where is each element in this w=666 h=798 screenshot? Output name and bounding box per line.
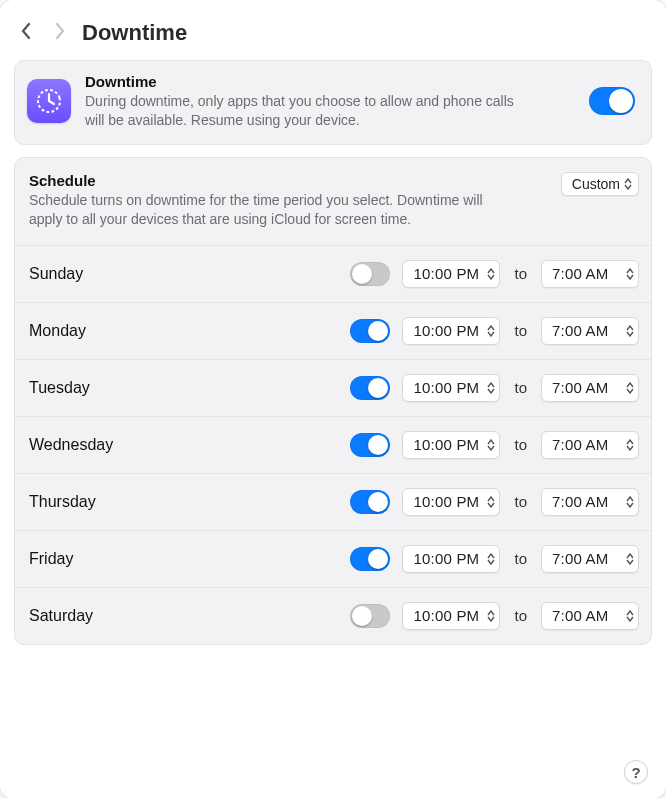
stepper-arrows-icon [487, 325, 495, 337]
stepper-arrows-icon [626, 553, 634, 565]
day-row-sunday: Sunday10:00 PMto7:00 AM [15, 246, 651, 303]
day-from-time-thursday[interactable]: 10:00 PM [402, 488, 500, 516]
day-label-wednesday: Wednesday [29, 436, 149, 454]
day-label-thursday: Thursday [29, 493, 149, 511]
day-from-time-wednesday[interactable]: 10:00 PM [402, 431, 500, 459]
schedule-header: Schedule Schedule turns on downtime for … [15, 158, 651, 246]
stepper-arrows-icon [626, 382, 634, 394]
stepper-arrows-icon [487, 382, 495, 394]
to-label: to [512, 265, 529, 282]
stepper-arrows-icon [487, 610, 495, 622]
day-from-time-friday[interactable]: 10:00 PM [402, 545, 500, 573]
schedule-title: Schedule [29, 172, 549, 189]
day-label-sunday: Sunday [29, 265, 149, 283]
back-button[interactable] [20, 22, 32, 44]
day-from-time-sunday[interactable]: 10:00 PM [402, 260, 500, 288]
day-label-friday: Friday [29, 550, 149, 568]
day-row-saturday: Saturday10:00 PMto7:00 AM [15, 588, 651, 644]
stepper-arrows-icon [487, 496, 495, 508]
help-button[interactable]: ? [624, 760, 648, 784]
header: Downtime [14, 14, 652, 60]
to-label: to [512, 322, 529, 339]
schedule-panel: Schedule Schedule turns on downtime for … [14, 157, 652, 645]
day-to-time-sunday[interactable]: 7:00 AM [541, 260, 639, 288]
forward-button[interactable] [54, 22, 66, 44]
to-label: to [512, 436, 529, 453]
to-label: to [512, 607, 529, 624]
day-row-tuesday: Tuesday10:00 PMto7:00 AM [15, 360, 651, 417]
downtime-master-toggle[interactable] [589, 87, 635, 115]
day-to-time-saturday[interactable]: 7:00 AM [541, 602, 639, 630]
day-toggle-monday[interactable] [350, 319, 390, 343]
popup-arrows-icon [624, 178, 632, 190]
day-row-friday: Friday10:00 PMto7:00 AM [15, 531, 651, 588]
day-to-time-monday[interactable]: 7:00 AM [541, 317, 639, 345]
day-label-monday: Monday [29, 322, 149, 340]
downtime-card-text: Downtime During downtime, only apps that… [85, 73, 575, 130]
stepper-arrows-icon [626, 439, 634, 451]
day-to-time-tuesday[interactable]: 7:00 AM [541, 374, 639, 402]
day-toggle-tuesday[interactable] [350, 376, 390, 400]
day-row-monday: Monday10:00 PMto7:00 AM [15, 303, 651, 360]
stepper-arrows-icon [487, 439, 495, 451]
day-row-thursday: Thursday10:00 PMto7:00 AM [15, 474, 651, 531]
day-toggle-thursday[interactable] [350, 490, 390, 514]
stepper-arrows-icon [626, 610, 634, 622]
day-toggle-wednesday[interactable] [350, 433, 390, 457]
stepper-arrows-icon [626, 325, 634, 337]
stepper-arrows-icon [487, 553, 495, 565]
day-from-time-saturday[interactable]: 10:00 PM [402, 602, 500, 630]
stepper-arrows-icon [626, 268, 634, 280]
day-row-wednesday: Wednesday10:00 PMto7:00 AM [15, 417, 651, 474]
to-label: to [512, 550, 529, 567]
downtime-card-description: During downtime, only apps that you choo… [85, 92, 515, 130]
downtime-icon [27, 79, 71, 123]
downtime-card-title: Downtime [85, 73, 575, 90]
schedule-mode-popup[interactable]: Custom [561, 172, 639, 196]
to-label: to [512, 493, 529, 510]
nav-buttons [20, 22, 66, 44]
page-title: Downtime [82, 20, 187, 46]
schedule-description: Schedule turns on downtime for the time … [29, 191, 489, 229]
day-to-time-friday[interactable]: 7:00 AM [541, 545, 639, 573]
day-to-time-wednesday[interactable]: 7:00 AM [541, 431, 639, 459]
day-toggle-friday[interactable] [350, 547, 390, 571]
stepper-arrows-icon [626, 496, 634, 508]
day-from-time-monday[interactable]: 10:00 PM [402, 317, 500, 345]
day-label-saturday: Saturday [29, 607, 149, 625]
day-label-tuesday: Tuesday [29, 379, 149, 397]
downtime-card: Downtime During downtime, only apps that… [14, 60, 652, 145]
to-label: to [512, 379, 529, 396]
day-from-time-tuesday[interactable]: 10:00 PM [402, 374, 500, 402]
downtime-settings-window: Downtime Downtime During downtime, only … [0, 0, 666, 798]
day-toggle-saturday[interactable] [350, 604, 390, 628]
schedule-mode-label: Custom [572, 176, 620, 192]
day-toggle-sunday[interactable] [350, 262, 390, 286]
day-to-time-thursday[interactable]: 7:00 AM [541, 488, 639, 516]
stepper-arrows-icon [487, 268, 495, 280]
